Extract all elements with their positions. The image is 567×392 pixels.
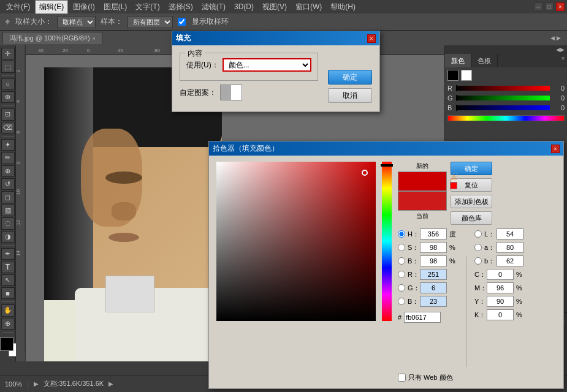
b-input[interactable] [420,255,447,266]
menu-layer[interactable]: 图层(L) [100,1,131,13]
hex-input[interactable] [404,312,441,323]
h-radio[interactable] [398,230,405,238]
fill-dialog[interactable]: 填充 × 内容 使用(U)： 颜色... 自定图案： [172,31,380,112]
c-field-row: C： % [474,269,526,280]
eyedropper-tool[interactable]: ⌫ [1,122,15,134]
r-input[interactable] [420,269,447,280]
panel-menu-icon[interactable]: ≡ [559,54,567,67]
b2-input[interactable] [420,296,447,307]
blur-tool[interactable]: ◌ [1,217,15,229]
r-channel-value: 0 [552,85,565,92]
minimize-btn[interactable]: ─ [534,2,542,11]
c-input[interactable] [487,269,514,280]
m-input[interactable] [487,282,514,293]
eyedropper-tool-icon[interactable]: ⌖ [5,17,10,28]
clone-stamp-tool[interactable]: ⊕ [1,165,15,177]
k-input[interactable] [487,309,514,320]
menu-window[interactable]: 窗口(W) [292,1,325,13]
menu-file[interactable]: 文件(F) [2,1,34,13]
eraser-tool[interactable]: ◻ [1,191,15,203]
panel-arrow-left[interactable]: ◀ [550,35,555,41]
left-toolbar: ✛ ⬚ ○ ⊛ ⊡ ⌫ ✦ ✏ ⊕ ↺ ◻ ▨ ◌ ◑ ✒ T ↖ ■ ✋ ⊕ [0,45,16,361]
zoom-tool[interactable]: ⊕ [1,318,15,330]
hue-bar[interactable] [382,162,392,321]
cp-color-library-button[interactable]: 颜色库 [451,211,492,225]
type-tool[interactable]: T [1,261,15,273]
panel-fg-swatch[interactable] [447,70,459,81]
s-input[interactable] [420,242,447,253]
b3-input[interactable] [497,255,523,266]
y-input[interactable] [487,296,514,307]
menu-filter[interactable]: 滤镜(T) [198,1,229,13]
k-label: K： [474,311,484,320]
hand-tool[interactable]: ✋ [1,304,15,316]
history-brush-tool[interactable]: ↺ [1,178,15,190]
only-web-checkbox[interactable] [398,374,406,382]
b2-radio[interactable] [398,298,405,305]
swatches-tab[interactable]: 色板 [471,54,498,67]
fill-dialog-close-btn[interactable]: × [367,34,376,43]
close-btn[interactable]: × [556,2,565,11]
color-picker-dialog[interactable]: 拾色器（填充颜色） × 新的 ⚠ [208,141,564,389]
fill-ok-button[interactable]: 确定 [328,70,372,85]
dodge-tool[interactable]: ◑ [1,231,15,243]
panel-bg-swatch[interactable] [461,70,472,81]
tool-separator-1 [2,75,14,76]
menu-view[interactable]: 视图(V) [259,1,291,13]
foreground-swatch[interactable] [0,337,13,351]
fill-use-select[interactable]: 颜色... [223,58,311,72]
menu-help[interactable]: 帮助(H) [327,1,359,13]
crop-tool[interactable]: ⊡ [1,108,15,120]
fill-cancel-button[interactable]: 取消 [328,88,372,103]
a-radio[interactable] [474,244,482,251]
a-input[interactable] [497,242,523,253]
l-input[interactable] [497,228,523,239]
healing-tool[interactable]: ✦ [1,139,15,151]
g-channel-bar[interactable] [456,96,550,100]
shape-tool[interactable]: ■ [1,287,15,299]
document-tab[interactable]: 冯汛.jpg @ 100%(RGB/8#) × [2,32,102,44]
s-radio[interactable] [398,244,405,251]
b-channel-bar[interactable] [456,105,550,110]
color-picker-body: 新的 ⚠ ⬡ 当前 确定 [209,156,563,388]
b3-radio[interactable] [474,257,482,265]
sample-select[interactable]: 所有图层 [127,16,173,28]
hsb-rgb-col: H： 度 S： % [398,228,459,367]
menu-image[interactable]: 图像(I) [69,1,98,13]
red-channel-row: R 0 [447,85,565,92]
spectrum-bar[interactable] [447,115,565,121]
g-radio[interactable] [398,284,405,292]
brush-tool[interactable]: ✏ [1,152,15,164]
color-picker-close-btn[interactable]: × [551,145,560,153]
cp-add-swatches-button[interactable]: 添加到色板 [451,195,492,208]
l-radio[interactable] [474,230,482,238]
r-channel-bar[interactable] [456,86,550,91]
svg-text:80: 80 [154,48,160,53]
sample-size-select[interactable]: 取样点 [57,16,96,28]
h-input[interactable] [420,228,447,239]
maximize-btn[interactable]: □ [545,2,554,11]
menu-select[interactable]: 选择(S) [165,1,197,13]
g-input[interactable] [420,282,447,293]
b-radio[interactable] [398,257,405,265]
show-ring-checkbox[interactable] [178,18,186,26]
tab-close-btn[interactable]: × [93,36,96,42]
color-gradient-box[interactable] [216,162,376,321]
gradient-tool[interactable]: ▨ [1,205,15,216]
web-safe-color-swatch[interactable] [450,182,457,189]
g-label: G： [408,284,417,293]
pen-tool[interactable]: ✒ [1,248,15,260]
menu-edit[interactable]: 编辑(E) [35,0,68,14]
path-select-tool[interactable]: ↖ [1,274,15,286]
panel-options-icon[interactable]: ◀▶ [556,47,565,53]
color-tab[interactable]: 颜色 [445,54,471,67]
panel-arrow-right[interactable]: ▶ [557,35,561,41]
show-ring-label: 显示取样环 [192,17,229,27]
menu-3d[interactable]: 3D(D) [230,1,257,12]
lasso-tool[interactable]: ○ [1,78,15,90]
quick-select-tool[interactable]: ⊛ [1,91,15,103]
move-tool[interactable]: ✛ [1,48,15,59]
r-radio[interactable] [398,271,405,278]
selection-tool[interactable]: ⬚ [1,61,15,72]
menu-type[interactable]: 文字(T) [132,1,163,13]
